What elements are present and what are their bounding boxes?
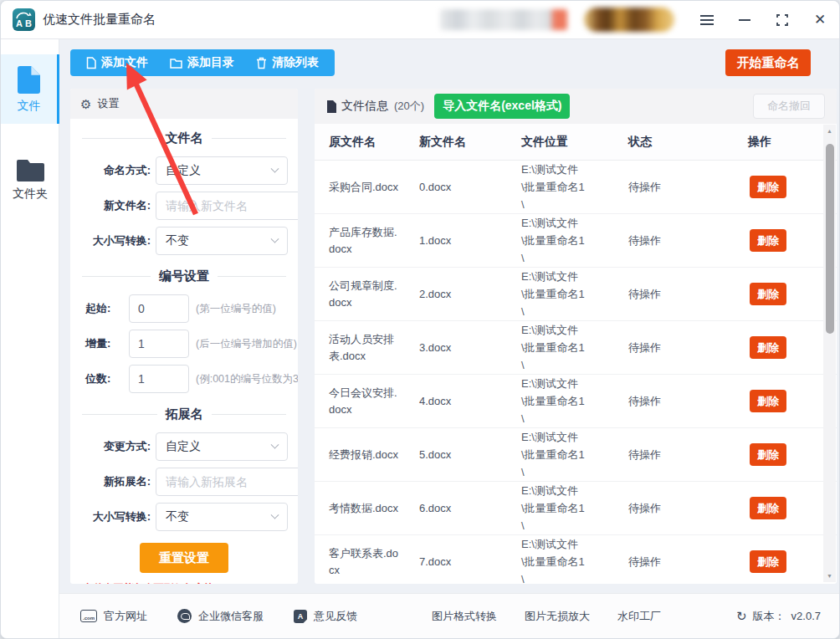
window-title: 优速文件批量重命名 xyxy=(43,12,156,28)
number-digits-hint: (例:001的编号位数为3) xyxy=(196,372,298,386)
table-row: 产品库存数据.docx 1.docx E:\测试文件 \批量重命名1 \ 待操作… xyxy=(315,214,837,268)
delete-button[interactable]: 删除 xyxy=(750,336,786,359)
table-row: 活动人员安排表.docx 3.docx E:\测试文件 \批量重命名1 \ 待操… xyxy=(315,321,837,375)
col-action: 操作 xyxy=(748,135,818,150)
section-title-extension: 拓展名 xyxy=(82,406,286,422)
feedback-link[interactable]: A 意见反馈 xyxy=(294,609,357,624)
delete-button[interactable]: 删除 xyxy=(750,176,786,198)
maximize-icon[interactable] xyxy=(775,13,790,28)
col-new-name: 新文件名 xyxy=(419,135,521,150)
naming-method-row: 命名方式: 自定义 xyxy=(80,155,288,187)
number-increment-label: 增量: xyxy=(80,336,129,351)
wechat-support-link[interactable]: 企业微信客服 xyxy=(177,609,264,624)
import-filenames-button[interactable]: 导入文件名(excel格式) xyxy=(434,94,570,119)
close-icon[interactable]: ✕ xyxy=(812,13,827,28)
add-directory-icon xyxy=(170,58,182,69)
cell-path: E:\测试文件 \批量重命名1 \ xyxy=(521,321,628,374)
redacted-account-info xyxy=(440,9,567,30)
add-file-icon xyxy=(86,57,96,69)
clear-list-button[interactable]: 清除列表 xyxy=(245,49,330,76)
sidebar-item-folder[interactable]: 文件夹 xyxy=(1,147,59,212)
app-window: A B 优速文件批量重命名 ✕ xyxy=(0,0,840,639)
delete-button[interactable]: 删除 xyxy=(750,443,786,466)
cell-original: 今日会议安排.docx xyxy=(329,385,402,418)
number-increment-input[interactable] xyxy=(129,330,189,358)
number-increment-hint: (后一位编号增加的值) xyxy=(196,337,297,351)
cell-newname: 6.docx xyxy=(419,502,521,514)
cell-original: 客户联系表.docx xyxy=(329,545,402,579)
file-info-icon xyxy=(326,100,336,113)
filename-case-select[interactable]: 不变 xyxy=(156,227,288,255)
footer-promos: 图片格式转换 图片无损放大 水印工厂 xyxy=(432,594,661,638)
cell-newname: 4.docx xyxy=(419,395,521,407)
promo-watermark-factory[interactable]: 水印工厂 xyxy=(617,609,661,624)
cell-status: 待操作 xyxy=(628,394,748,409)
delete-button[interactable]: 删除 xyxy=(750,550,786,573)
cell-original: 公司规章制度.docx xyxy=(329,278,402,311)
cell-newname: 0.docx xyxy=(419,181,521,193)
ext-change-select[interactable]: 自定义 xyxy=(156,432,288,461)
minimize-icon[interactable] xyxy=(737,13,752,28)
delete-button[interactable]: 删除 xyxy=(750,390,786,412)
delete-button[interactable]: 删除 xyxy=(750,229,786,252)
naming-method-select[interactable]: 自定义 xyxy=(156,156,288,185)
new-ext-input[interactable] xyxy=(156,468,298,496)
add-file-label: 添加文件 xyxy=(101,55,148,70)
refresh-icon[interactable]: ↻ xyxy=(736,610,747,622)
cell-status: 待操作 xyxy=(628,287,748,302)
table-row: 经费报销.docx 5.docx E:\测试文件 \批量重命名1 \ 待操作 删… xyxy=(315,428,837,482)
menu-icon[interactable] xyxy=(699,13,715,28)
ext-case-row: 大小写转换: 不变 xyxy=(80,501,288,533)
ext-change-row: 变更方式: 自定义 xyxy=(80,431,288,463)
add-file-button[interactable]: 添加文件 xyxy=(75,49,159,76)
feedback-label: 意见反馈 xyxy=(314,609,357,624)
col-file-location: 文件位置 xyxy=(521,135,628,150)
cell-original: 考情数据.docx xyxy=(329,500,402,517)
number-start-row: 起始: (第一位编号的值) xyxy=(80,293,288,325)
titlebar: A B 优速文件批量重命名 ✕ xyxy=(1,1,839,39)
cell-original: 经费报销.docx xyxy=(329,447,402,463)
naming-method-value: 自定义 xyxy=(166,163,201,178)
scroll-up-icon[interactable]: ▲ xyxy=(823,125,836,136)
sidebar-item-file[interactable]: 文件 xyxy=(1,54,59,124)
promo-image-format-convert[interactable]: 图片格式转换 xyxy=(432,609,497,624)
number-start-hint: (第一位编号的值) xyxy=(196,302,276,316)
cell-status: 待操作 xyxy=(628,340,748,355)
cell-path: E:\测试文件 \批量重命名1 \ xyxy=(521,214,628,267)
official-website-link[interactable]: .com 官方网址 xyxy=(80,609,147,624)
cell-path: E:\测试文件 \批量重命名1 \ xyxy=(521,482,628,534)
promo-image-lossless-upscale[interactable]: 图片无损放大 xyxy=(525,609,590,624)
table-row: 今日会议安排.docx 4.docx E:\测试文件 \批量重命名1 \ 待操作… xyxy=(315,375,837,428)
number-digits-label: 位数: xyxy=(80,371,129,386)
add-directory-button[interactable]: 添加目录 xyxy=(159,49,245,76)
redacted-vip-badge[interactable] xyxy=(584,8,674,32)
number-start-input[interactable] xyxy=(129,294,189,323)
table-row: 客户联系表.docx 7.docx E:\测试文件 \批量重命名1 \ 待操作 … xyxy=(315,535,837,584)
new-filename-input[interactable] xyxy=(156,192,298,220)
delete-button[interactable]: 删除 xyxy=(750,497,786,519)
rename-undo-button[interactable]: 命名撤回 xyxy=(753,94,825,119)
clear-list-label: 清除列表 xyxy=(272,55,319,70)
chevron-down-icon xyxy=(271,164,279,172)
table-row: 采购合同.docx 0.docx E:\测试文件 \批量重命名1 \ 待操作 删… xyxy=(315,161,837,214)
delete-button[interactable]: 删除 xyxy=(750,283,786,305)
reset-settings-button[interactable]: 重置设置 xyxy=(140,543,228,573)
chat-icon xyxy=(177,609,192,623)
filename-case-value: 不变 xyxy=(166,233,189,248)
number-digits-input[interactable] xyxy=(129,365,189,393)
folder-icon xyxy=(17,159,44,181)
scroll-down-icon[interactable]: ▼ xyxy=(823,570,836,581)
gear-icon: ⚙ xyxy=(80,98,91,110)
app-logo-icon: A B xyxy=(13,8,35,31)
number-start-label: 起始: xyxy=(80,301,129,316)
cell-newname: 2.docx xyxy=(419,288,521,300)
table-row: 考情数据.docx 6.docx E:\测试文件 \批量重命名1 \ 待操作 删… xyxy=(315,482,837,535)
scrollbar-thumb[interactable] xyxy=(826,144,834,334)
section-title-filename: 文件名 xyxy=(82,130,286,146)
start-rename-button[interactable]: 开始重命名 xyxy=(725,49,811,76)
table-header: 原文件名 新文件名 文件位置 状态 操作 xyxy=(315,124,837,161)
table-scrollbar[interactable]: ▲ ▼ xyxy=(823,125,836,582)
cell-path: E:\测试文件 \批量重命名1 \ xyxy=(521,375,628,427)
new-filename-row: 新文件名: xyxy=(80,190,288,222)
ext-case-select[interactable]: 不变 xyxy=(156,503,288,531)
